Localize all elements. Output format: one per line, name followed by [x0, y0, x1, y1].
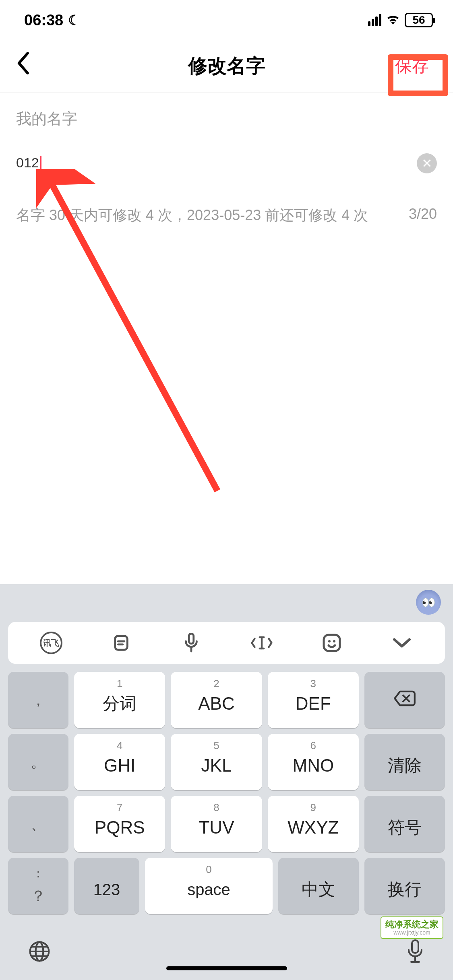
- text-cursor: [40, 156, 41, 172]
- cursor-move-button[interactable]: [250, 632, 273, 654]
- key-8-tuv[interactable]: 8TUV: [171, 796, 262, 852]
- svg-point-10: [328, 640, 331, 642]
- svg-rect-1: [115, 636, 128, 650]
- dictation-button[interactable]: [405, 939, 425, 969]
- name-input-value: 012: [16, 155, 39, 170]
- hint-row: 名字 30 天内可修改 4 次，2023-05-23 前还可修改 4 次 3/2…: [16, 206, 437, 225]
- watermark-text: 纯净系统之家: [385, 920, 439, 929]
- key-5-jkl[interactable]: 5JKL: [171, 734, 262, 790]
- key-7-pqrs[interactable]: 7PQRS: [74, 796, 165, 852]
- svg-rect-4: [189, 634, 194, 644]
- memoji-avatar-icon[interactable]: 👀: [416, 590, 441, 615]
- watermark-url: www.jrxtjy.com: [393, 930, 430, 936]
- voice-input-button[interactable]: [180, 632, 203, 654]
- status-bar: 06:38 ☾ 56: [0, 0, 453, 40]
- back-button[interactable]: [16, 52, 40, 80]
- collapse-keyboard-button[interactable]: [391, 632, 413, 654]
- clipboard-button[interactable]: [110, 632, 132, 654]
- backspace-icon: [393, 688, 417, 712]
- key-2-abc[interactable]: 2ABC: [171, 672, 262, 728]
- key-4-ghi[interactable]: 4GHI: [74, 734, 165, 790]
- annotation-save-highlight: [388, 54, 448, 96]
- key-colon-question[interactable]: ：？: [8, 858, 68, 914]
- svg-rect-9: [324, 635, 340, 651]
- form-content: 我的名字 012 ✕ 名字 30 天内可修改 4 次，2023-05-23 前还…: [0, 93, 453, 241]
- key-6-mno[interactable]: 6MNO: [268, 734, 359, 790]
- watermark: 纯净系统之家 www.jrxtjy.com: [381, 916, 443, 939]
- wifi-icon: [386, 13, 400, 28]
- hint-text: 名字 30 天内可修改 4 次，2023-05-23 前还可修改 4 次: [16, 206, 368, 225]
- key-3-def[interactable]: 3DEF: [268, 672, 359, 728]
- home-indicator[interactable]: [166, 966, 287, 970]
- dnd-moon-icon: ☾: [68, 12, 80, 28]
- name-input-row: 012 ✕: [16, 153, 437, 173]
- char-counter: 3/20: [409, 206, 437, 225]
- key-return[interactable]: 换行: [364, 858, 445, 914]
- battery-icon: 56: [405, 13, 433, 27]
- clear-button[interactable]: ✕: [417, 153, 437, 173]
- key-comma[interactable]: ，: [8, 672, 68, 728]
- status-left: 06:38 ☾: [24, 12, 80, 29]
- name-input[interactable]: 012: [16, 155, 41, 172]
- page-title: 修改名字: [188, 53, 265, 79]
- key-1-fenci[interactable]: 1分词: [74, 672, 165, 728]
- key-period[interactable]: 。: [8, 734, 68, 790]
- field-label: 我的名字: [16, 109, 437, 129]
- status-time: 06:38: [24, 12, 63, 29]
- key-0-space[interactable]: 0space: [145, 858, 273, 914]
- xunfei-button[interactable]: 讯飞: [40, 632, 62, 654]
- cellular-signal-icon: [368, 14, 381, 26]
- key-chinese[interactable]: 中文: [278, 858, 359, 914]
- key-clear[interactable]: 清除: [364, 734, 445, 790]
- emoji-button[interactable]: [321, 632, 343, 654]
- page-header: 修改名字 保存: [0, 40, 453, 93]
- key-symbols[interactable]: 符号: [364, 796, 445, 852]
- key-backspace[interactable]: [364, 672, 445, 728]
- key-9-wxyz[interactable]: 9WXYZ: [268, 796, 359, 852]
- key-dun[interactable]: 、: [8, 796, 68, 852]
- status-right: 56: [368, 13, 433, 28]
- keyboard-grid: ， 1分词 2ABC 3DEF 。 4GHI 5JKL 6MNO 清除 、 7P…: [0, 672, 453, 928]
- keyboard-toolbar: 讯飞: [8, 622, 445, 664]
- svg-point-11: [333, 640, 335, 642]
- svg-rect-15: [412, 940, 418, 953]
- keyboard-avatar-row: 👀: [0, 584, 453, 620]
- globe-button[interactable]: [28, 940, 51, 968]
- key-123[interactable]: 123: [74, 858, 139, 914]
